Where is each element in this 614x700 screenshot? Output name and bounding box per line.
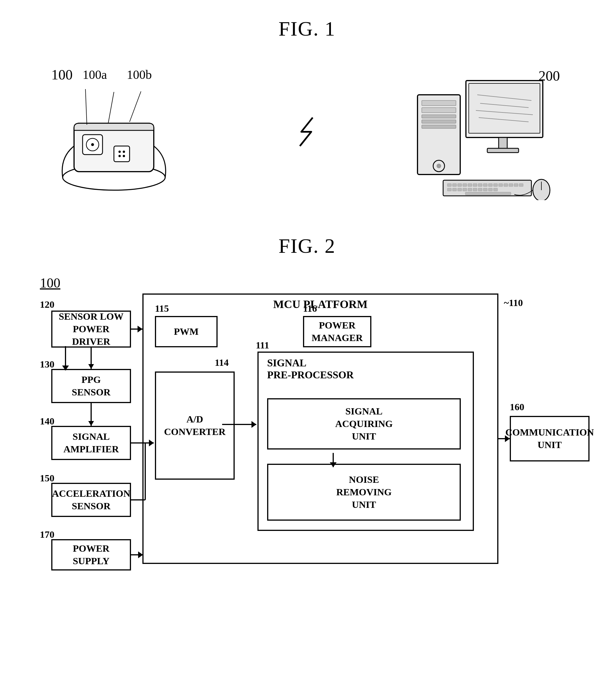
- svg-line-11: [108, 92, 114, 123]
- fig2-main-label: 100: [23, 275, 591, 291]
- svg-rect-33: [463, 184, 467, 186]
- box-signal-acquiring-unit: SIGNALACQUIRINGUNIT: [267, 398, 461, 450]
- svg-rect-55: [465, 192, 511, 195]
- box-communication-unit: COMMUNICATIONUNIT: [510, 416, 590, 461]
- svg-marker-59: [88, 364, 94, 369]
- svg-rect-5: [114, 146, 130, 162]
- svg-marker-63: [137, 326, 143, 333]
- signal-pre-processor-label: SIGNALPRE-PROCESSOR: [267, 357, 354, 381]
- box-signal-amplifier-label: SIGNALAMPLIFIER: [63, 430, 119, 455]
- box-signal-amplifier: SIGNALAMPLIFIER: [51, 426, 131, 460]
- label-100b: 100b: [127, 67, 152, 82]
- svg-rect-52: [483, 188, 487, 191]
- svg-rect-48: [463, 188, 467, 191]
- device-area: 100 100a 100b: [51, 63, 199, 200]
- svg-rect-37: [483, 184, 487, 186]
- svg-rect-47: [458, 188, 462, 191]
- svg-point-9: [123, 155, 125, 157]
- box-sensor-low-power-driver: SENSOR LOWPOWER DRIVER: [51, 311, 131, 348]
- fig1-title: FIG. 1: [23, 17, 591, 41]
- svg-rect-21: [417, 95, 460, 175]
- box-power-supply: POWERSUPPLY: [51, 539, 131, 571]
- svg-point-4: [91, 143, 94, 146]
- label-111: 111: [256, 340, 269, 351]
- svg-rect-41: [504, 184, 508, 186]
- svg-rect-50: [473, 188, 477, 191]
- svg-line-12: [130, 91, 141, 122]
- label-140: 140: [40, 416, 54, 427]
- label-116: 116: [303, 303, 317, 314]
- svg-rect-45: [447, 188, 451, 191]
- fig1-diagram-area: 100 100a 100b: [23, 58, 591, 206]
- box-acceleration-sensor: ACCELERATIONSENSOR: [51, 483, 131, 517]
- signal-processor-inner-box: 111 SIGNALPRE-PROCESSOR ~112 SIGNALACQUI…: [257, 352, 474, 531]
- svg-rect-53: [488, 188, 492, 191]
- label-160: 160: [510, 402, 524, 412]
- box-ppg-sensor: PPGSENSOR: [51, 369, 131, 403]
- wireless-signal: [279, 115, 335, 149]
- lightning-icon: [284, 115, 330, 149]
- label-150: 150: [40, 473, 54, 484]
- label-120: 120: [40, 299, 54, 310]
- box-noise-removing-unit: NOISEREMOVINGUNIT: [267, 464, 461, 521]
- fig2-diagram: 120 SENSOR LOWPOWER DRIVER 130 PPGSENSOR…: [23, 293, 592, 573]
- box-acceleration-sensor-label: ACCELERATIONSENSOR: [52, 487, 130, 512]
- svg-point-8: [119, 155, 121, 157]
- svg-rect-46: [453, 188, 456, 191]
- svg-rect-35: [473, 184, 477, 186]
- svg-rect-24: [422, 115, 456, 118]
- svg-point-7: [123, 151, 125, 153]
- svg-rect-25: [422, 120, 456, 123]
- svg-rect-31: [453, 184, 456, 186]
- box-pwm-label: PWM: [174, 325, 199, 338]
- svg-rect-23: [422, 108, 456, 113]
- svg-marker-61: [88, 421, 94, 426]
- box-communication-unit-label: COMMUNICATIONUNIT: [505, 426, 594, 451]
- svg-rect-51: [478, 188, 482, 191]
- fig2-title: FIG. 2: [23, 234, 591, 258]
- page: FIG. 1 100 100a 100b: [0, 0, 614, 700]
- svg-line-10: [85, 89, 87, 125]
- svg-rect-54: [493, 188, 498, 191]
- svg-point-28: [437, 164, 441, 168]
- svg-rect-43: [514, 184, 518, 186]
- svg-rect-26: [422, 125, 456, 128]
- fig1-section: FIG. 1 100 100a 100b: [23, 17, 591, 206]
- computer-illustration: [415, 78, 557, 200]
- box-pwm: PWM: [155, 316, 218, 347]
- box-power-manager-label: POWERMANAGER: [311, 319, 363, 344]
- svg-rect-40: [499, 184, 503, 186]
- box-ad-converter: A/DCONVERTER: [155, 372, 235, 480]
- label-170: 170: [40, 529, 54, 540]
- svg-rect-30: [447, 184, 451, 186]
- svg-rect-14: [469, 84, 540, 133]
- svg-rect-39: [493, 184, 498, 186]
- box-sensor-low-power-driver-label: SENSOR LOWPOWER DRIVER: [55, 310, 127, 348]
- box-signal-acquiring-unit-label: SIGNALACQUIRINGUNIT: [335, 405, 393, 443]
- label-130: 130: [40, 359, 54, 370]
- svg-rect-20: [487, 148, 519, 153]
- label-110: ~110: [504, 298, 523, 308]
- box-ad-converter-label: A/DCONVERTER: [164, 413, 225, 438]
- wristband-illustration: [57, 80, 188, 195]
- box-ppg-sensor-label: PPGSENSOR: [72, 374, 110, 399]
- svg-rect-32: [458, 184, 462, 186]
- box-noise-removing-unit-label: NOISEREMOVINGUNIT: [336, 473, 392, 511]
- mcu-platform-label: MCU PLATFORM: [273, 298, 367, 311]
- svg-rect-49: [468, 188, 472, 191]
- label-115: 115: [155, 303, 169, 314]
- fig2-section: FIG. 2 100 120 SENSOR LOWPOWER DRIVER 13…: [23, 234, 591, 573]
- label-114-arrow: 114: [215, 357, 229, 368]
- svg-rect-42: [509, 184, 513, 186]
- computer-area: 200: [415, 63, 563, 200]
- mcu-platform-outer-box: MCU PLATFORM 115 PWM 116 POWERMANAGER 11…: [143, 293, 499, 564]
- label-100a: 100a: [83, 67, 107, 82]
- svg-rect-34: [468, 184, 472, 186]
- svg-rect-22: [422, 100, 456, 105]
- svg-rect-19: [499, 137, 507, 149]
- svg-rect-38: [488, 184, 492, 186]
- svg-rect-36: [478, 184, 482, 186]
- svg-point-6: [119, 151, 121, 153]
- box-power-manager: POWERMANAGER: [303, 316, 371, 347]
- svg-rect-44: [519, 184, 523, 186]
